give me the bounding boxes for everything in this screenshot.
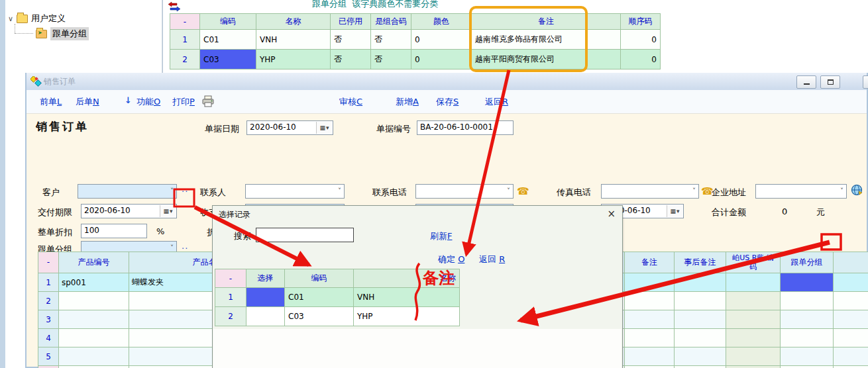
cell[interactable]: [726, 347, 781, 366]
cell-order[interactable]: 0: [621, 50, 661, 69]
cell-code[interactable]: C01: [200, 30, 256, 50]
cell[interactable]: [625, 292, 675, 310]
cell[interactable]: [834, 292, 868, 310]
cell-disabled[interactable]: 否: [331, 30, 371, 50]
cell-group-selected[interactable]: [781, 273, 834, 292]
function-menu-button[interactable]: 功能O: [136, 96, 160, 108]
cell[interactable]: [781, 310, 834, 329]
printer-icon[interactable]: [201, 95, 215, 107]
col-header[interactable]: 编码: [200, 14, 256, 30]
add-button[interactable]: 新增A: [396, 96, 419, 108]
cell-name[interactable]: YHP: [354, 307, 460, 326]
group-more-button[interactable]: ..: [182, 241, 188, 251]
refresh-button[interactable]: 刷新F: [430, 230, 452, 242]
cell-remark[interactable]: [625, 273, 675, 292]
cell[interactable]: [781, 329, 834, 347]
cell[interactable]: [781, 292, 834, 310]
print-button[interactable]: 打印P: [172, 96, 195, 108]
cell[interactable]: [59, 292, 129, 310]
save-button[interactable]: 保存S: [436, 96, 459, 108]
cell[interactable]: [625, 329, 675, 347]
tree-item-user-defined[interactable]: ∨ 用户定义: [8, 12, 66, 25]
col-header[interactable]: 颜色: [411, 14, 472, 30]
col-header[interactable]: 已停用: [331, 14, 371, 30]
doc-date-field[interactable]: 2020-06-10 ▦▾: [246, 120, 333, 135]
cell-combo[interactable]: 否: [371, 50, 411, 69]
cell[interactable]: [834, 329, 868, 347]
cell-disabled[interactable]: 否: [331, 50, 371, 69]
ok-button[interactable]: 确定 O: [438, 253, 464, 265]
col-header[interactable]: 是组合码: [371, 14, 411, 30]
cell-code[interactable]: C03: [285, 307, 354, 326]
col-header[interactable]: 跟单分组: [781, 252, 834, 273]
audit-button[interactable]: 审核C: [339, 96, 362, 108]
back-button[interactable]: 返回R: [485, 96, 508, 108]
col-header[interactable]: 事后备注: [675, 252, 726, 273]
minimize-button[interactable]: [796, 75, 816, 89]
col-header[interactable]: -: [38, 252, 59, 273]
cell-remark[interactable]: 越南维克多饰品有限公司: [472, 30, 621, 50]
col-header[interactable]: 备注: [472, 14, 621, 30]
cell[interactable]: [726, 310, 781, 329]
cell-code[interactable]: C01: [285, 288, 354, 307]
close-button[interactable]: [863, 75, 868, 89]
fax-combo[interactable]: ˅: [601, 184, 699, 199]
cell-combo[interactable]: 否: [371, 30, 411, 50]
customer-more-button[interactable]: ..: [182, 184, 188, 194]
cell-select[interactable]: [246, 307, 285, 326]
cell-after-remark[interactable]: [675, 273, 726, 292]
col-header[interactable]: 产品编号: [59, 252, 129, 273]
col-header[interactable]: 备注: [625, 252, 675, 273]
cell-remark[interactable]: 越南平阳商贸有限公司: [472, 50, 621, 69]
cell[interactable]: [59, 310, 129, 329]
cell[interactable]: [834, 310, 868, 329]
cell-name[interactable]: VNH: [354, 288, 460, 307]
cell-name[interactable]: YHP: [256, 50, 331, 69]
cell-code-selected[interactable]: C03: [200, 50, 256, 69]
discount-field[interactable]: 100: [81, 224, 147, 238]
cell-color[interactable]: 0: [411, 50, 472, 69]
cell[interactable]: [675, 329, 726, 347]
cell-color[interactable]: 0: [411, 30, 472, 50]
maximize-button[interactable]: [820, 75, 840, 89]
cell[interactable]: [59, 329, 129, 347]
tree-expander-icon[interactable]: ∨: [8, 15, 13, 23]
globe-icon[interactable]: [851, 184, 863, 196]
cell-select-selected[interactable]: [246, 288, 285, 307]
cell[interactable]: [625, 347, 675, 366]
customer-combo[interactable]: ˅: [78, 184, 177, 199]
table-row[interactable]: 2 C03 YHP 否 否 0 越南平阳商贸有限公司 0: [170, 50, 661, 69]
cell[interactable]: [675, 347, 726, 366]
col-header[interactable]: 岶US R薇.编码: [726, 252, 781, 273]
cell-product-code[interactable]: sp001: [59, 273, 129, 292]
cell[interactable]: [59, 347, 129, 366]
cell[interactable]: [726, 292, 781, 310]
col-header[interactable]: -: [215, 269, 246, 288]
cell[interactable]: [625, 310, 675, 329]
cell[interactable]: [834, 347, 868, 366]
dialog-row-1[interactable]: 1 C01 VNH: [215, 288, 460, 307]
deliver-date-field[interactable]: 2020-06-10 ▦▾: [81, 204, 177, 218]
dialog-back-button[interactable]: 返回 R: [479, 253, 505, 265]
cell[interactable]: [781, 347, 834, 366]
close-icon[interactable]: ×: [607, 208, 616, 220]
col-header[interactable]: [834, 252, 868, 273]
col-header[interactable]: 编码: [285, 269, 354, 288]
doc-no-field[interactable]: BA-20-06-10-0001: [417, 120, 514, 135]
cell[interactable]: [675, 292, 726, 310]
col-header[interactable]: 顺序码: [621, 14, 661, 30]
cell-order[interactable]: 0: [621, 30, 661, 50]
next-doc-button[interactable]: 后单N: [76, 96, 99, 108]
tree-item-order-group[interactable]: 跟单分组: [36, 27, 89, 40]
col-header[interactable]: 名称: [256, 14, 331, 30]
swap-arrows-icon[interactable]: [168, 1, 181, 12]
contact-combo[interactable]: ˅: [245, 184, 345, 199]
table-row[interactable]: 1 C01 VNH 否 否 0 越南维克多饰品有限公司 0: [170, 30, 661, 50]
col-header[interactable]: 名称: [354, 269, 460, 288]
dialog-row-2[interactable]: 2 C03 YHP: [215, 307, 460, 326]
calendar-icon[interactable]: ▦▾: [160, 205, 176, 217]
calendar-icon[interactable]: ▦▾: [316, 122, 332, 134]
col-header[interactable]: -: [170, 14, 200, 30]
cell[interactable]: [726, 329, 781, 347]
address-combo[interactable]: ˅: [755, 184, 847, 199]
